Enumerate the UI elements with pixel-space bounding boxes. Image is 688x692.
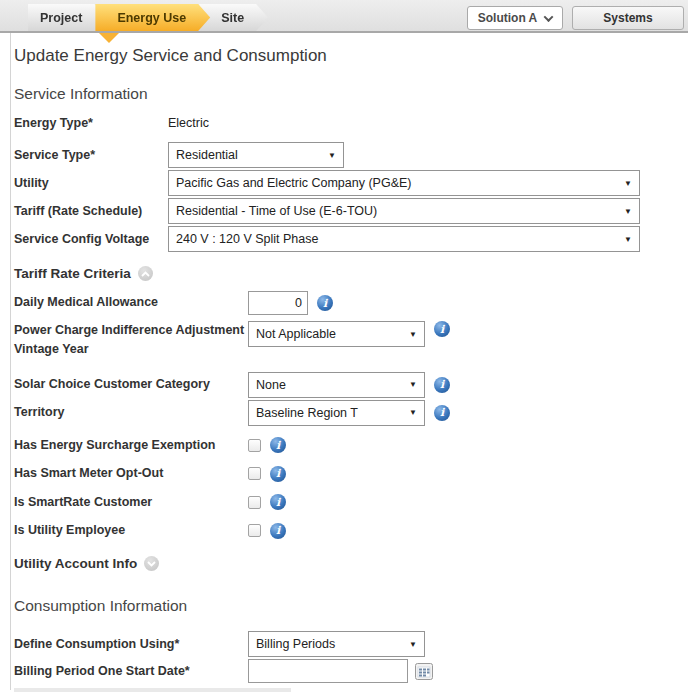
consumption-information-heading: Consumption Information [14, 597, 688, 615]
daily-medical-input[interactable] [248, 291, 308, 315]
utility-label: Utility [14, 176, 168, 190]
define-consumption-select[interactable]: Billing Periods ▼ [248, 631, 425, 657]
select-arrow-icon: ▼ [624, 235, 632, 244]
start-date-label: Billing Period One Start Date* [14, 662, 248, 681]
utility-employee-row: Is Utility Employee i [14, 521, 688, 540]
info-icon[interactable]: i [270, 494, 286, 510]
chevron-down-icon [544, 12, 554, 22]
territory-select-value: Baseline Region T [256, 406, 358, 420]
daily-medical-row: Daily Medical Allowance i [14, 291, 688, 315]
info-icon[interactable]: i [270, 437, 286, 453]
tariff-label: Tariff (Rate Schedule) [14, 204, 168, 218]
select-arrow-icon: ▼ [328, 151, 336, 160]
surcharge-checkbox[interactable] [248, 439, 261, 452]
service-type-row: Service Type* Residential ▼ [14, 142, 688, 168]
calendar-icon[interactable] [415, 663, 433, 680]
service-type-select-value: Residential [176, 148, 238, 162]
pcia-select[interactable]: Not Applicable ▼ [248, 321, 425, 347]
info-icon[interactable]: i [434, 405, 450, 421]
utility-employee-label: Is Utility Employee [14, 521, 248, 540]
tab-project[interactable]: Project [28, 4, 106, 31]
pcia-row: Power Charge Indifference Adjustment Vin… [14, 321, 688, 360]
define-consumption-row: Define Consumption Using* Billing Period… [14, 631, 688, 657]
tab-energy-use[interactable]: Energy Use [95, 4, 210, 31]
utility-account-info-heading: Utility Account Info [14, 556, 688, 571]
pcia-label-line1: Power Charge Indifference Adjustment [14, 323, 244, 337]
solar-choice-select-value: None [256, 378, 286, 392]
service-information-heading: Service Information [14, 85, 688, 103]
energy-type-label: Energy Type* [14, 116, 168, 130]
voltage-select-value: 240 V : 120 V Split Phase [176, 232, 318, 246]
info-icon[interactable]: i [270, 523, 286, 539]
voltage-label: Service Config Voltage [14, 232, 168, 246]
main-content: Update Energy Service and Consumption Se… [10, 33, 688, 690]
smartrate-label: Is SmartRate Customer [14, 493, 248, 512]
info-icon[interactable]: i [434, 377, 450, 393]
energy-type-row: Energy Type* Electric [14, 116, 688, 130]
pcia-label: Power Charge Indifference Adjustment Vin… [14, 321, 248, 360]
select-arrow-icon: ▼ [409, 640, 417, 649]
top-tab-bar: Project Energy Use Site Solution A Syste… [0, 0, 688, 33]
tariff-row: Tariff (Rate Schedule) Residential - Tim… [14, 198, 688, 224]
smart-meter-checkbox[interactable] [248, 467, 261, 480]
select-arrow-icon: ▼ [624, 179, 632, 188]
info-icon[interactable]: i [317, 295, 333, 311]
info-icon[interactable]: i [270, 466, 286, 482]
utility-select-value: Pacific Gas and Electric Company (PG&E) [176, 176, 412, 190]
utility-row: Utility Pacific Gas and Electric Company… [14, 170, 688, 196]
utility-account-info-title: Utility Account Info [14, 556, 137, 571]
utility-employee-checkbox[interactable] [248, 524, 261, 537]
smartrate-row: Is SmartRate Customer i [14, 493, 688, 512]
energy-type-value: Electric [168, 116, 209, 130]
daily-medical-label: Daily Medical Allowance [14, 293, 248, 312]
info-icon[interactable]: i [434, 321, 450, 337]
start-date-input[interactable] [248, 659, 408, 683]
voltage-select[interactable]: 240 V : 120 V Split Phase ▼ [168, 226, 640, 252]
smartrate-checkbox[interactable] [248, 496, 261, 509]
territory-label: Territory [14, 403, 248, 422]
smart-meter-label: Has Smart Meter Opt-Out [14, 464, 248, 483]
select-arrow-icon: ▼ [409, 330, 417, 339]
tariff-rate-criteria-heading: Tariff Rate Criteria [14, 266, 688, 281]
smart-meter-row: Has Smart Meter Opt-Out i [14, 464, 688, 483]
select-arrow-icon: ▼ [409, 408, 417, 417]
service-type-select[interactable]: Residential ▼ [168, 142, 344, 168]
service-type-label: Service Type* [14, 148, 168, 162]
tariff-select-value: Residential - Time of Use (E-6-TOU) [176, 204, 377, 218]
solar-choice-row: Solar Choice Customer Category None ▼ i [14, 372, 688, 398]
pcia-select-value: Not Applicable [256, 327, 336, 341]
solar-choice-select[interactable]: None ▼ [248, 372, 425, 398]
active-tab-caret-icon [99, 33, 119, 43]
surcharge-row: Has Energy Surcharge Exemption i [14, 436, 688, 455]
pcia-label-line2: Vintage Year [14, 342, 89, 356]
tariff-rate-criteria-title: Tariff Rate Criteria [14, 266, 131, 281]
territory-select[interactable]: Baseline Region T ▼ [248, 400, 425, 426]
select-arrow-icon: ▼ [624, 207, 632, 216]
utility-select[interactable]: Pacific Gas and Electric Company (PG&E) … [168, 170, 640, 196]
define-consumption-label: Define Consumption Using* [14, 635, 248, 654]
systems-button[interactable]: Systems [572, 6, 684, 30]
solution-select-value: Solution A [478, 11, 538, 25]
select-arrow-icon: ▼ [409, 380, 417, 389]
billing-table-header: Billing Billing Consumption Cost ($) [14, 688, 291, 692]
collapse-section-icon[interactable] [138, 266, 153, 281]
territory-row: Territory Baseline Region T ▼ i [14, 400, 688, 426]
solar-choice-label: Solar Choice Customer Category [14, 375, 248, 394]
tariff-select[interactable]: Residential - Time of Use (E-6-TOU) ▼ [168, 198, 640, 224]
define-consumption-select-value: Billing Periods [256, 637, 335, 651]
start-date-row: Billing Period One Start Date* [14, 659, 688, 683]
expand-section-icon[interactable] [144, 556, 159, 571]
solution-select[interactable]: Solution A [467, 6, 563, 30]
voltage-row: Service Config Voltage 240 V : 120 V Spl… [14, 226, 688, 252]
surcharge-label: Has Energy Surcharge Exemption [14, 436, 248, 455]
